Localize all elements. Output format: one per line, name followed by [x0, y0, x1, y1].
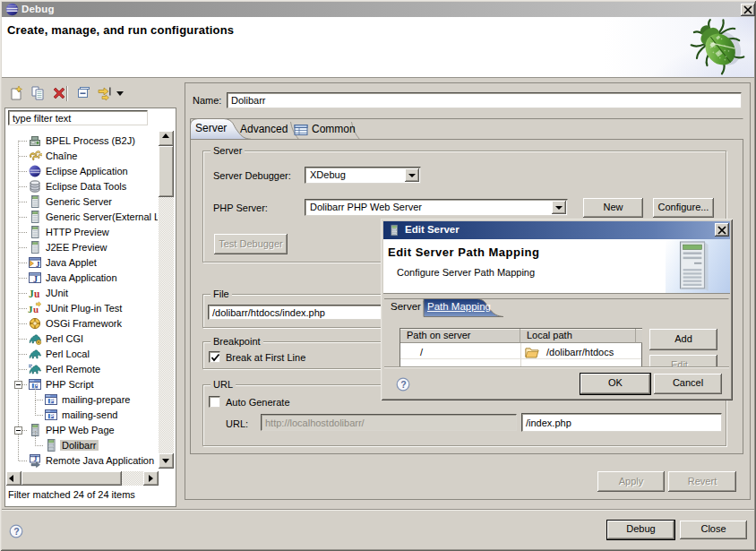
new-server-button[interactable]: New — [583, 198, 643, 218]
tree-item-label[interactable]: mailing-prepare — [62, 394, 130, 405]
tree-item-generic-server[interactable]: Generic Server — [5, 194, 158, 210]
server-debugger-dropdown-button[interactable] — [405, 168, 419, 182]
cell-path-on-server[interactable]: / — [420, 347, 423, 357]
auto-generate-checkbox[interactable] — [209, 396, 220, 408]
tree-item-junit[interactable]: JUnit — [5, 286, 158, 301]
tree-item-perl-cgi[interactable]: Perl CGI — [5, 331, 158, 347]
tree-item-label[interactable]: JUnit Plug-in Test — [46, 303, 122, 314]
tree-item-java-applet[interactable]: Java Applet — [5, 255, 158, 271]
test-debugger-button[interactable]: Test Debugger — [214, 234, 288, 254]
break-first-line-checkbox[interactable] — [209, 351, 220, 363]
help-icon[interactable] — [9, 524, 23, 538]
tree-item-eclipse-data-tools[interactable]: Eclipse Data Tools — [5, 179, 158, 194]
tree-item-label[interactable]: Eclipse Application — [46, 166, 128, 176]
tab-common[interactable]: Common — [312, 123, 356, 135]
php-server-combo[interactable]: Dolibarr PHP Web Server — [305, 199, 568, 216]
tree-scroll-down-button[interactable] — [159, 453, 174, 469]
edit-server-tab-server[interactable]: Server — [391, 301, 421, 312]
launch-config-tree[interactable]: BPEL Process (B2J)ChaîneEclipse Applicat… — [5, 130, 158, 470]
tree-item-eclipse-application[interactable]: Eclipse Application — [5, 164, 158, 179]
tree-vscroll-thumb[interactable] — [159, 146, 174, 197]
tree-item-php-script[interactable]: PHP Script — [5, 377, 158, 392]
close-button[interactable]: Close — [680, 521, 747, 539]
new-launch-config-icon[interactable] — [8, 85, 24, 101]
cell-local-path[interactable]: /dolibarr/htdocs — [546, 347, 614, 357]
tree-toggle-expanded[interactable] — [14, 426, 22, 435]
duplicate-icon[interactable] — [30, 85, 46, 101]
delete-icon[interactable] — [51, 85, 67, 101]
tree-item-label[interactable]: PHP Web Page — [46, 425, 115, 435]
tree-item-mailing-send[interactable]: mailing-send — [5, 408, 158, 423]
tree-item-remote-java-application[interactable]: Remote Java Application — [5, 453, 158, 469]
tree-item-label[interactable]: Chaîne — [46, 151, 77, 161]
tree-item-j2ee-preview[interactable]: J2EE Preview — [5, 240, 158, 255]
path-mapping-table[interactable]: Path on server Local path //dolibarr/htd… — [399, 328, 642, 366]
window-close-button[interactable] — [741, 4, 755, 16]
edit-server-titlebar[interactable]: Edit Server — [383, 221, 730, 239]
tree-item-label[interactable]: OSGi Framework — [46, 318, 122, 329]
debug-button[interactable]: Debug — [607, 521, 674, 539]
tree-item-label[interactable]: Eclipse Data Tools — [46, 181, 126, 192]
tree-item-label[interactable]: Perl Local — [46, 349, 90, 359]
add-mapping-button[interactable]: Add — [649, 329, 717, 350]
edit-server-help-icon[interactable] — [396, 377, 410, 392]
tree-toggle-expanded[interactable] — [14, 381, 22, 389]
cancel-button[interactable]: Cancel — [654, 374, 722, 394]
tree-item-label[interactable]: BPEL Process (B2J) — [46, 135, 135, 146]
edit-server-close-button[interactable] — [715, 223, 729, 237]
tree-scroll-right-button[interactable] — [143, 471, 159, 486]
column-path-on-server[interactable]: Path on server — [400, 329, 520, 343]
name-input[interactable]: Dolibarr — [227, 92, 742, 108]
tree-item-mailing-prepare[interactable]: mailing-prepare — [5, 392, 158, 408]
column-local-path[interactable]: Local path — [520, 329, 636, 343]
filter-input[interactable]: type filter text — [8, 110, 148, 125]
tree-scroll-up-button[interactable] — [159, 131, 174, 146]
edit-mapping-button[interactable]: Edit... — [649, 355, 717, 366]
tree-item-label[interactable]: PHP Script — [46, 379, 94, 390]
apply-button[interactable]: Apply — [597, 471, 665, 492]
url-path-input[interactable]: /index.php — [521, 413, 722, 432]
tree-item-php-web-page[interactable]: PHP Web Page — [5, 423, 158, 438]
revert-button[interactable]: Revert — [668, 471, 736, 492]
tree-item-dolibarr[interactable]: Dolibarr — [5, 438, 158, 453]
tree-item-label[interactable]: JUnit — [46, 288, 68, 298]
tree-item-label[interactable]: Java Application — [46, 272, 117, 283]
tab-server[interactable]: Server — [195, 122, 227, 134]
tree-guide-stub — [19, 186, 27, 187]
debug-window: Debug Create, manage, and run configurat… — [0, 0, 756, 551]
tree-item-junit-plug-in-test[interactable]: JUnit Plug-in Test — [5, 301, 158, 316]
tree-item-osgi-framework[interactable]: OSGi Framework — [5, 316, 158, 331]
view-menu-arrow-icon[interactable] — [116, 89, 125, 98]
collapse-all-icon[interactable] — [75, 85, 91, 101]
tree-item-label[interactable]: Generic Server(External La — [46, 211, 158, 222]
tree-item-label[interactable]: Java Applet — [46, 257, 97, 268]
tree-item-bpel-process-b2j[interactable]: BPEL Process (B2J) — [5, 133, 158, 149]
tree-item-label[interactable]: Perl CGI — [46, 333, 83, 344]
tree-item-label[interactable]: Remote Java Application — [46, 455, 154, 466]
window-titlebar[interactable]: Debug — [2, 2, 754, 17]
osgi-icon — [28, 316, 42, 331]
tree-item-label[interactable]: J2EE Preview — [46, 242, 107, 253]
edit-server-tab-path-mapping[interactable]: Path Mapping — [427, 301, 491, 312]
filter-configs-icon[interactable] — [97, 85, 113, 101]
tree-item-label[interactable]: Perl Remote — [46, 364, 100, 375]
tree-item-label[interactable]: HTTP Preview — [46, 227, 109, 237]
tree-item-label[interactable]: Generic Server — [46, 196, 112, 207]
configure-server-button[interactable]: Configure... — [653, 198, 714, 218]
tree-item-java-application[interactable]: Java Application — [5, 271, 158, 286]
tree-item-perl-local[interactable]: Perl Local — [5, 347, 158, 362]
base-url-input[interactable]: http://localhostdolibarr/ — [261, 414, 517, 431]
tree-scroll-left-button[interactable] — [6, 471, 21, 486]
tree-item-label[interactable]: mailing-send — [62, 409, 117, 420]
server-debugger-combo[interactable]: XDebug — [305, 167, 421, 184]
tree-item-perl-remote[interactable]: Perl Remote — [5, 362, 158, 377]
tab-advanced[interactable]: Advanced — [240, 123, 288, 135]
ok-button[interactable]: OK — [580, 374, 650, 394]
tree-item-label[interactable]: Dolibarr — [60, 440, 99, 451]
tree-item-generic-server-external-la[interactable]: Generic Server(External La — [5, 210, 158, 225]
tree-item-cha-ne[interactable]: Chaîne — [5, 149, 158, 164]
tree-hscroll-thumb[interactable] — [21, 471, 122, 486]
php-server-label: PHP Server: — [213, 202, 268, 213]
tree-item-http-preview[interactable]: HTTP Preview — [5, 225, 158, 240]
php-server-dropdown-button[interactable] — [552, 201, 566, 214]
